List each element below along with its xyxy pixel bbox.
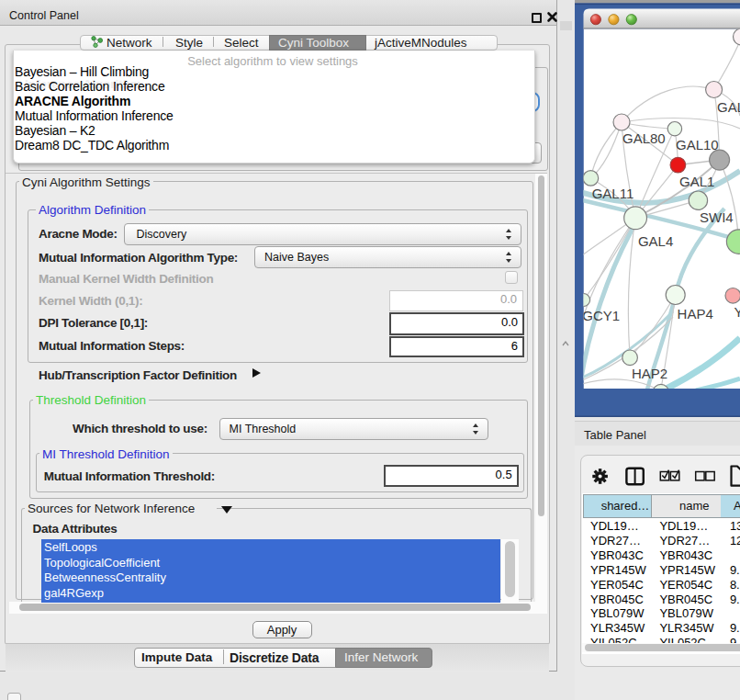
svg-text:GAL11: GAL11	[592, 186, 634, 201]
svg-text:GAL4: GAL4	[638, 233, 673, 249]
svg-text:HAP2: HAP2	[632, 366, 667, 381]
svg-text:GAL1: GAL1	[679, 174, 714, 189]
svg-text:GAL10: GAL10	[676, 137, 719, 152]
svg-text:GAL7: GAL7	[717, 99, 740, 115]
svg-text:GCY1: GCY1	[582, 308, 620, 323]
svg-text:GAL80: GAL80	[622, 130, 666, 146]
svg-text:SWI4: SWI4	[700, 209, 734, 225]
svg-text:HAP4: HAP4	[678, 306, 713, 322]
svg-text:Y: Y	[734, 304, 740, 320]
